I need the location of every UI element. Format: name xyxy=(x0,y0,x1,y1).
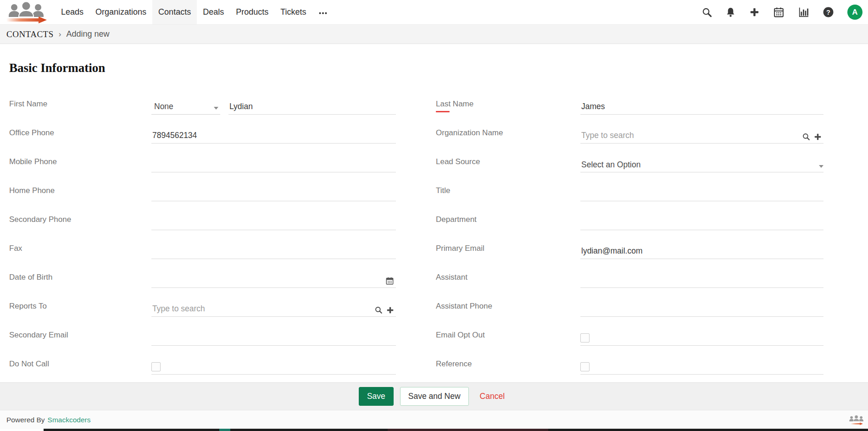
organization-search-input[interactable] xyxy=(580,131,802,141)
nav-item-tickets[interactable]: Tickets xyxy=(274,0,312,24)
footer-people-logo xyxy=(847,413,866,430)
department-input[interactable] xyxy=(580,217,823,227)
crm-people-logo[interactable] xyxy=(0,0,55,24)
nav-item-products[interactable]: Products xyxy=(230,0,274,24)
search-icon xyxy=(802,133,810,141)
reports-to-search-input[interactable] xyxy=(151,304,374,314)
chevron-down-icon xyxy=(214,107,218,110)
field-mobile-phone: Mobile Phone xyxy=(9,150,396,179)
calendar-icon xyxy=(773,6,785,18)
reports-to-add-button[interactable] xyxy=(386,306,394,314)
search-icon xyxy=(701,7,712,17)
reports-button[interactable] xyxy=(798,6,809,18)
date-picker-button[interactable] xyxy=(385,276,394,285)
breadcrumb: CONTACTS › Adding new xyxy=(0,25,868,44)
calendar-icon xyxy=(385,276,394,285)
calendar-button[interactable] xyxy=(773,6,785,18)
breadcrumb-module-link[interactable]: CONTACTS xyxy=(6,29,54,39)
organization-add-button[interactable] xyxy=(814,133,822,141)
lead-source-value: Select an Option xyxy=(580,160,640,170)
last-name-label: Last Name xyxy=(436,93,580,122)
title-label: Title xyxy=(436,179,580,208)
help-button[interactable]: ? xyxy=(823,6,834,18)
assistant-phone-input[interactable] xyxy=(580,304,823,314)
required-field-marker xyxy=(436,111,450,112)
form-column-left: First Name None Office Phone xyxy=(9,93,396,381)
reports-to-label: Reports To xyxy=(9,295,151,324)
field-reference: Reference xyxy=(436,353,823,381)
save-and-new-button[interactable]: Save and New xyxy=(400,387,469,406)
office-phone-input[interactable] xyxy=(151,131,396,141)
reference-checkbox[interactable] xyxy=(580,362,590,371)
mobile-phone-input[interactable] xyxy=(151,160,396,170)
field-primary-email: Primary Email xyxy=(436,237,823,266)
form-column-right: Last Name Organization Name xyxy=(436,93,823,381)
office-phone-label: Office Phone xyxy=(9,122,151,150)
last-name-input[interactable] xyxy=(580,102,823,112)
help-icon: ? xyxy=(823,6,834,18)
user-avatar[interactable]: A xyxy=(847,5,862,20)
primary-email-input[interactable] xyxy=(580,246,823,256)
assistant-phone-label: Assistant Phone xyxy=(436,295,580,324)
secondary-email-label: Secondary Email xyxy=(9,324,151,353)
field-home-phone: Home Phone xyxy=(9,179,396,208)
chevron-down-icon xyxy=(819,165,823,168)
nav-item-deals[interactable]: Deals xyxy=(197,0,230,24)
bell-icon xyxy=(725,7,736,17)
search-icon xyxy=(374,306,383,314)
do-not-call-label: Do Not Call xyxy=(9,353,151,381)
field-secondary-phone: Secondary Phone xyxy=(9,208,396,237)
search-button[interactable] xyxy=(701,7,712,17)
lead-source-label: Lead Source xyxy=(436,150,580,179)
bar-chart-icon xyxy=(798,6,809,18)
svg-text:?: ? xyxy=(826,9,830,16)
ellipsis-icon xyxy=(318,7,328,17)
salutation-value: None xyxy=(154,102,173,111)
lead-source-select[interactable]: Select an Option xyxy=(580,157,823,172)
field-fax: Fax xyxy=(9,237,396,266)
field-date-of-birth: Date of Birth xyxy=(9,266,396,295)
nav-item-organizations[interactable]: Organizations xyxy=(89,0,152,24)
secondary-phone-input[interactable] xyxy=(151,217,396,227)
notifications-button[interactable] xyxy=(725,7,736,17)
smackcoders-link[interactable]: Smackcoders xyxy=(48,416,91,424)
secondary-phone-label: Secondary Phone xyxy=(9,208,151,237)
breadcrumb-separator: › xyxy=(59,30,61,39)
department-label: Department xyxy=(436,208,580,237)
nav-item-contacts[interactable]: Contacts xyxy=(152,0,197,24)
create-contact-form: Basic Information First Name None Office… xyxy=(0,44,868,382)
field-office-phone: Office Phone xyxy=(9,122,396,150)
background-window-edge xyxy=(44,429,868,431)
organization-search-button[interactable] xyxy=(802,133,810,141)
salutation-select[interactable]: None xyxy=(151,99,220,115)
nav-right-icons: ? A xyxy=(701,0,868,24)
first-name-label: First Name xyxy=(9,93,151,122)
field-assistant-phone: Assistant Phone xyxy=(436,295,823,324)
mobile-phone-label: Mobile Phone xyxy=(9,150,151,179)
field-lead-source: Lead Source Select an Option xyxy=(436,150,823,179)
nav-item-leads[interactable]: Leads xyxy=(55,0,89,24)
assistant-input[interactable] xyxy=(580,275,823,285)
field-title: Title xyxy=(436,179,823,208)
field-last-name: Last Name xyxy=(436,93,823,122)
top-nav: Leads Organizations Contacts Deals Produ… xyxy=(0,0,868,25)
date-of-birth-input[interactable] xyxy=(151,275,385,285)
do-not-call-checkbox[interactable] xyxy=(151,362,161,371)
field-email-opt-out: Email Opt Out xyxy=(436,324,823,353)
save-button[interactable]: Save xyxy=(359,387,394,406)
quick-create-button[interactable] xyxy=(749,7,760,17)
field-department: Department xyxy=(436,208,823,237)
email-opt-out-checkbox[interactable] xyxy=(580,333,590,343)
fax-input[interactable] xyxy=(151,246,396,256)
powered-by-text: Powered By xyxy=(6,416,45,424)
title-input[interactable] xyxy=(580,188,823,199)
home-phone-input[interactable] xyxy=(151,188,396,199)
secondary-email-input[interactable] xyxy=(151,333,396,343)
people-logo-icon xyxy=(3,1,50,23)
first-name-input[interactable] xyxy=(228,102,396,112)
cancel-button[interactable]: Cancel xyxy=(475,387,509,405)
email-opt-out-label: Email Opt Out xyxy=(436,324,580,353)
primary-email-label: Primary Email xyxy=(436,237,580,266)
more-menu-button[interactable] xyxy=(312,0,334,24)
reports-to-search-button[interactable] xyxy=(374,306,383,314)
